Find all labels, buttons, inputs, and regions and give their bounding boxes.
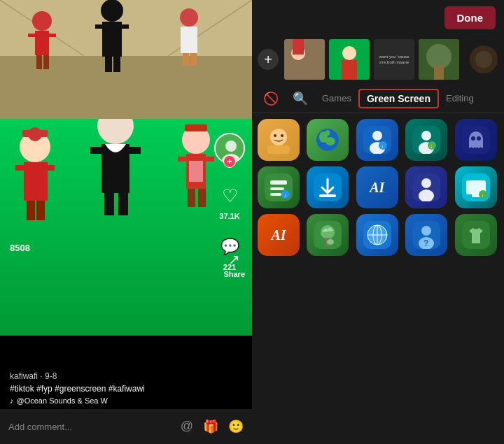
tab-green-screen[interactable]: Green Screen: [358, 89, 439, 108]
tab-search[interactable]: 🔍: [286, 85, 315, 112]
svg-rect-6: [36, 55, 42, 69]
svg-rect-8: [28, 34, 35, 37]
tab-games[interactable]: Games: [315, 87, 358, 109]
svg-rect-51: [293, 39, 304, 55]
svg-rect-26: [25, 162, 48, 201]
svg-rect-17: [181, 27, 197, 53]
media-thumb-2[interactable]: [329, 39, 370, 80]
svg-point-63: [274, 134, 276, 137]
done-button[interactable]: Done: [444, 6, 496, 29]
svg-rect-9: [49, 34, 56, 37]
svg-rect-44: [204, 157, 214, 162]
video-top[interactable]: [0, 0, 252, 119]
svg-rect-11: [102, 22, 122, 57]
app-blue-person[interactable]: ↓: [356, 119, 398, 161]
app-teal-person[interactable]: ↓: [405, 119, 447, 161]
category-tabs: 🚫 🔍 Games Green Screen Editing: [252, 84, 504, 113]
svg-point-4: [32, 11, 52, 31]
svg-text:↓: ↓: [481, 192, 484, 199]
svg-rect-18: [183, 53, 189, 66]
svg-point-99: [321, 225, 335, 239]
like-button[interactable]: ♡ 37.1K: [216, 182, 244, 220]
svg-text:↓: ↓: [381, 143, 384, 150]
app-ghost[interactable]: [455, 119, 497, 161]
app-face[interactable]: [258, 119, 300, 161]
comment-count: 221: [223, 263, 236, 271]
app-ghost-icon: [455, 119, 497, 161]
svg-point-56: [426, 44, 451, 69]
video-actions: + ♡ 37.1K 💬 221: [214, 133, 245, 271]
tab-ban[interactable]: 🚫: [256, 85, 286, 112]
comment-input[interactable]: Add comment...: [8, 422, 174, 432]
svg-point-16: [180, 8, 198, 27]
mention-icon[interactable]: @: [181, 419, 193, 434]
app-grid-container: ↓ ↓: [252, 113, 504, 444]
app-ai-orange[interactable]: AI: [258, 214, 300, 256]
app-ai-blue-icon: AI: [356, 166, 398, 208]
app-earth-icon: [307, 119, 349, 161]
comment-icon: 💬: [216, 233, 244, 261]
app-cyan-icon: ↓: [455, 166, 497, 208]
comment-button[interactable]: 💬 221: [216, 233, 244, 271]
svg-rect-19: [190, 53, 197, 66]
svg-point-101: [327, 239, 334, 245]
app-world-icon: [356, 214, 398, 256]
svg-rect-12: [105, 57, 112, 72]
svg-rect-14: [95, 24, 104, 29]
comment-icons: @ 🎁 🙂: [181, 419, 244, 434]
svg-rect-42: [198, 189, 206, 207]
emoji-icon[interactable]: 🙂: [228, 419, 244, 434]
media-thumb-5[interactable]: [463, 39, 498, 80]
video-info: kafiwafi · 9-8 #tiktok #fyp #greenscreen…: [0, 363, 252, 409]
media-thumb-4[interactable]: [419, 39, 459, 80]
video-bottom[interactable]: + ♡ 37.1K 💬 221 8508 ↗ Share: [0, 119, 252, 336]
svg-rect-37: [128, 147, 141, 154]
app-earth[interactable]: [307, 119, 349, 161]
app-download-icon: [307, 166, 349, 208]
svg-rect-13: [113, 57, 120, 72]
media-thumb-1[interactable]: [284, 39, 325, 80]
follow-button[interactable]: +: [223, 155, 236, 168]
svg-rect-45: [189, 161, 203, 182]
svg-point-91: [421, 178, 431, 188]
svg-rect-54: [342, 60, 357, 80]
app-download[interactable]: [307, 166, 349, 208]
app-help-icon: ?: [405, 214, 447, 256]
svg-rect-28: [36, 201, 45, 220]
heart-icon: ♡: [216, 182, 244, 210]
svg-rect-49: [284, 39, 325, 80]
avatar-container[interactable]: +: [214, 133, 245, 164]
app-ai-blue[interactable]: AI: [356, 166, 398, 208]
svg-point-70: [372, 131, 382, 141]
svg-point-61: [270, 129, 287, 145]
comment-bar: Add comment... @ 🎁 🙂: [0, 409, 252, 444]
tab-editing[interactable]: Editing: [439, 87, 481, 109]
app-help[interactable]: ?: [405, 214, 447, 256]
svg-text:?: ?: [424, 238, 428, 248]
svg-point-108: [421, 226, 431, 236]
app-world[interactable]: [356, 214, 398, 256]
app-shirt[interactable]: [455, 214, 497, 256]
app-cyan[interactable]: ↓: [455, 166, 497, 208]
media-thumb-3[interactable]: want you 'causes're both insane: [374, 39, 414, 80]
svg-rect-35: [118, 193, 128, 215]
left-panel: + ♡ 37.1K 💬 221 8508 ↗ Share kafiwafi · …: [0, 0, 252, 444]
svg-rect-5: [35, 31, 49, 55]
svg-rect-29: [15, 165, 25, 171]
video-top-scene: [0, 0, 252, 119]
app-ai-orange-icon: AI: [258, 214, 300, 256]
media-thumbnails: want you 'causes're both insane: [284, 39, 498, 80]
svg-rect-27: [27, 201, 35, 220]
app-green-note[interactable]: ↓: [258, 166, 300, 208]
svg-point-47: [225, 141, 237, 152]
app-green-note-icon: ↓: [258, 166, 300, 208]
svg-point-80: [471, 136, 475, 141]
svg-point-75: [421, 131, 431, 141]
app-nature[interactable]: [307, 214, 349, 256]
svg-rect-62: [267, 145, 290, 154]
gift-icon[interactable]: 🎁: [203, 419, 218, 434]
svg-rect-85: [270, 193, 281, 196]
svg-point-67: [326, 137, 335, 145]
add-media-button[interactable]: +: [258, 49, 279, 70]
app-person-out[interactable]: [405, 166, 447, 208]
